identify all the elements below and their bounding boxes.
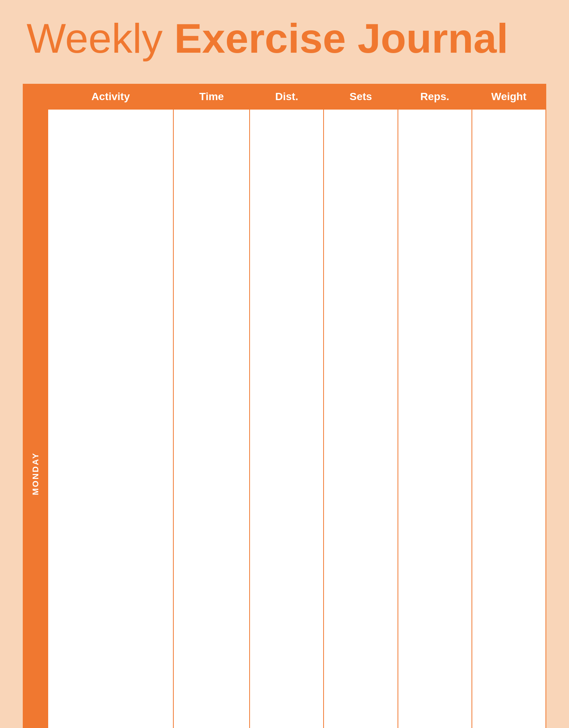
page-title: Weekly Exercise Journal bbox=[23, 15, 546, 61]
exercise-journal-table: Activity Time Dist. Sets Reps. Weight MO… bbox=[23, 84, 546, 728]
page-content: Weekly Exercise Journal Activity Time Di… bbox=[0, 0, 569, 728]
reps-cell[interactable] bbox=[398, 109, 472, 728]
header-time: Time bbox=[173, 84, 250, 109]
time-cell[interactable] bbox=[173, 109, 250, 728]
day-label: MONDAY bbox=[24, 110, 47, 728]
title-normal: Weekly bbox=[27, 15, 174, 61]
header-weight: Weight bbox=[472, 84, 546, 109]
dist-cell[interactable] bbox=[250, 109, 324, 728]
weight-cell[interactable] bbox=[472, 109, 546, 728]
header-day-cell bbox=[23, 84, 48, 109]
table-row: MONDAY bbox=[23, 109, 546, 728]
header-reps: Reps. bbox=[398, 84, 472, 109]
day-label-cell: MONDAY bbox=[23, 109, 48, 728]
header-activity: Activity bbox=[48, 84, 173, 109]
sets-cell[interactable] bbox=[324, 109, 398, 728]
header-dist: Dist. bbox=[250, 84, 324, 109]
activity-cell[interactable] bbox=[48, 109, 173, 728]
title-bold: Exercise Journal bbox=[174, 15, 508, 61]
header-sets: Sets bbox=[324, 84, 398, 109]
